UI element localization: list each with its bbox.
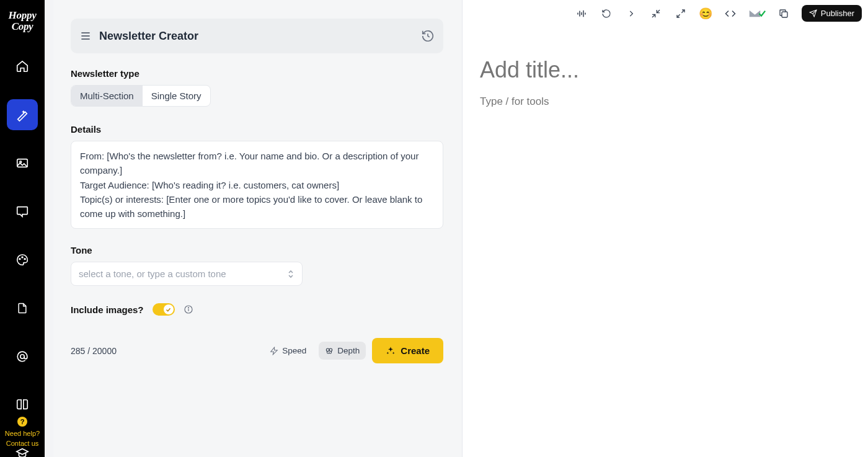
- document-icon: [16, 301, 29, 315]
- svg-point-14: [329, 348, 332, 352]
- lightning-icon: [270, 347, 278, 355]
- scrollbar-strip[interactable]: [45, 0, 53, 457]
- svg-line-22: [681, 10, 684, 13]
- svg-point-4: [24, 258, 25, 259]
- depth-chip[interactable]: Depth: [319, 342, 366, 360]
- sparkle-icon: [386, 346, 396, 356]
- nav-chat[interactable]: [7, 196, 38, 227]
- nav-palette[interactable]: [7, 244, 38, 275]
- svg-point-11: [188, 308, 188, 308]
- editor-panel: 😊 Publisher: [463, 0, 868, 457]
- book-icon: [16, 398, 29, 412]
- images-toggle[interactable]: [153, 303, 175, 316]
- create-button[interactable]: Create: [372, 338, 443, 363]
- collapse-icon[interactable]: [649, 7, 663, 20]
- help-link[interactable]: ? Need help? Contact us: [0, 417, 45, 448]
- tone-label: Tone: [71, 245, 443, 255]
- type-selector: Multi-Section Single Story: [71, 85, 211, 107]
- nav-book[interactable]: [7, 389, 38, 420]
- svg-point-2: [19, 258, 20, 259]
- emoji-icon[interactable]: 😊: [699, 7, 712, 20]
- nav-wand[interactable]: [7, 99, 38, 130]
- wand-icon: [16, 108, 29, 122]
- images-label: Include images?: [71, 304, 144, 315]
- image-icon: [16, 156, 29, 170]
- svg-point-3: [22, 257, 23, 258]
- history-icon[interactable]: [421, 29, 435, 43]
- chat-icon: [16, 205, 29, 218]
- brand-logo: Hoppy Copy: [9, 10, 37, 32]
- type-label: Newsletter type: [71, 68, 443, 79]
- svg-rect-24: [782, 12, 787, 17]
- form-footer: 285 / 20000 Speed Depth Create: [71, 338, 443, 363]
- svg-line-23: [677, 14, 680, 17]
- nav-image[interactable]: [7, 148, 38, 179]
- info-icon[interactable]: [184, 304, 193, 314]
- form-title: Newsletter Creator: [99, 30, 198, 43]
- send-icon: [809, 9, 817, 17]
- help-icon: ?: [17, 417, 27, 427]
- expand-icon[interactable]: [674, 7, 688, 20]
- svg-point-13: [327, 348, 330, 352]
- audio-icon[interactable]: [575, 7, 588, 20]
- title-input[interactable]: [480, 57, 868, 83]
- at-icon: [16, 350, 29, 363]
- body-input[interactable]: [480, 95, 868, 108]
- nav-home[interactable]: [7, 51, 38, 82]
- nav-at[interactable]: [7, 341, 38, 372]
- svg-line-21: [652, 14, 655, 17]
- inbox-check-icon[interactable]: [748, 7, 766, 20]
- home-icon: [16, 60, 29, 73]
- type-multi[interactable]: Multi-Section: [71, 86, 143, 106]
- speed-chip[interactable]: Speed: [264, 342, 312, 360]
- refresh-icon[interactable]: [600, 7, 613, 20]
- type-single[interactable]: Single Story: [143, 86, 210, 106]
- publish-button[interactable]: Publisher: [802, 5, 862, 22]
- chevron-right-icon[interactable]: [624, 7, 638, 20]
- copy-icon[interactable]: [777, 7, 790, 20]
- editor-toolbar: 😊 Publisher: [575, 5, 862, 22]
- check-icon: [166, 307, 171, 313]
- menu-icon[interactable]: [79, 30, 92, 42]
- char-count: 285 / 20000: [71, 346, 117, 356]
- svg-marker-12: [271, 347, 278, 355]
- sidebar: Hoppy Copy: [0, 0, 45, 457]
- tone-select[interactable]: select a tone, or type a custom tone: [71, 262, 303, 286]
- brain-icon: [325, 347, 334, 355]
- svg-point-5: [20, 354, 24, 358]
- palette-icon: [16, 253, 29, 267]
- details-label: Details: [71, 124, 443, 135]
- tone-placeholder: select a tone, or type a custom tone: [79, 268, 226, 279]
- form-panel: Newsletter Creator Newsletter type Multi…: [53, 0, 463, 457]
- svg-line-20: [657, 10, 660, 13]
- chevron-updown-icon: [287, 269, 294, 279]
- form-title-bar: Newsletter Creator: [71, 19, 443, 53]
- nav-document[interactable]: [7, 293, 38, 324]
- details-input[interactable]: From: [Who's the newsletter from? i.e. Y…: [71, 141, 443, 229]
- code-icon[interactable]: [724, 7, 737, 20]
